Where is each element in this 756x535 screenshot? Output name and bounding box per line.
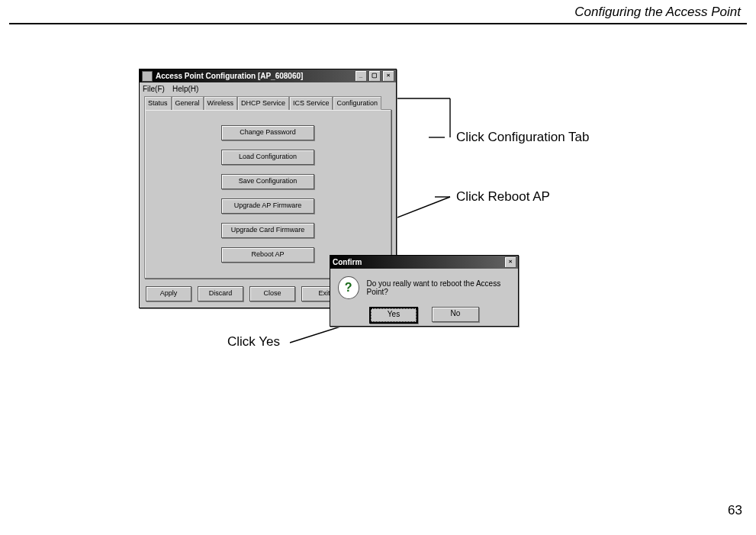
change-password-button[interactable]: Change Password (221, 125, 314, 140)
upgrade-card-firmware-button[interactable]: Upgrade Card Firmware (221, 223, 314, 238)
callout-click-yes: Click Yes (227, 334, 280, 350)
confirm-dialog: Confirm × ? Do you really want to reboot… (330, 255, 519, 327)
question-icon: ? (338, 276, 359, 299)
titlebar: Access Point Configuration [AP_608060] _… (140, 69, 396, 82)
yes-button[interactable]: Yes (369, 307, 418, 324)
page-number: 63 (728, 503, 742, 518)
tab-ics[interactable]: ICS Service (289, 96, 333, 110)
menu-file[interactable]: File(F) (143, 85, 165, 93)
minimize-button[interactable]: _ (355, 70, 367, 82)
bottom-buttons: Apply Discard Close Exit (146, 286, 347, 301)
page-header: Configuring the Access Point (9, 0, 747, 24)
callout-reboot-ap: Click Reboot AP (456, 189, 550, 205)
tab-status[interactable]: Status (144, 96, 172, 110)
window-controls: _ ▢ × (353, 70, 396, 82)
tab-body: Change Password Load Configuration Save … (144, 109, 391, 279)
close-window-button[interactable]: × (382, 70, 394, 82)
confirm-buttons: Yes No (330, 307, 518, 330)
menu-help[interactable]: Help(H) (172, 85, 198, 93)
reboot-ap-button[interactable]: Reboot AP (221, 247, 314, 263)
maximize-button[interactable]: ▢ (368, 70, 381, 82)
confirm-message: Do you really want to reboot the Access … (367, 279, 510, 296)
save-configuration-button[interactable]: Save Configuration (221, 174, 314, 189)
tab-configuration[interactable]: Configuration (333, 96, 381, 110)
tab-general[interactable]: General (172, 96, 204, 110)
confirm-titlebar: Confirm × (330, 256, 518, 269)
confirm-title: Confirm (333, 258, 503, 266)
apply-button[interactable]: Apply (146, 286, 191, 301)
action-list: Change Password Load Configuration Save … (145, 110, 391, 263)
tabs-row: Status General Wireless DHCP Service ICS… (144, 96, 391, 110)
tab-dhcp[interactable]: DHCP Service (237, 96, 289, 110)
confirm-close-button[interactable]: × (504, 256, 516, 268)
tab-wireless[interactable]: Wireless (204, 96, 238, 110)
no-button[interactable]: No (432, 307, 479, 322)
discard-button[interactable]: Discard (198, 286, 243, 301)
window-title: Access Point Configuration [AP_608060] (156, 72, 353, 80)
callout-config-tab: Click Configuration Tab (456, 130, 590, 145)
upgrade-ap-firmware-button[interactable]: Upgrade AP Firmware (221, 198, 314, 214)
load-configuration-button[interactable]: Load Configuration (221, 150, 314, 165)
app-icon (142, 71, 153, 82)
menubar: File(F) Help(H) (140, 82, 396, 95)
close-button[interactable]: Close (249, 286, 295, 301)
confirm-body: ? Do you really want to reboot the Acces… (330, 269, 518, 307)
